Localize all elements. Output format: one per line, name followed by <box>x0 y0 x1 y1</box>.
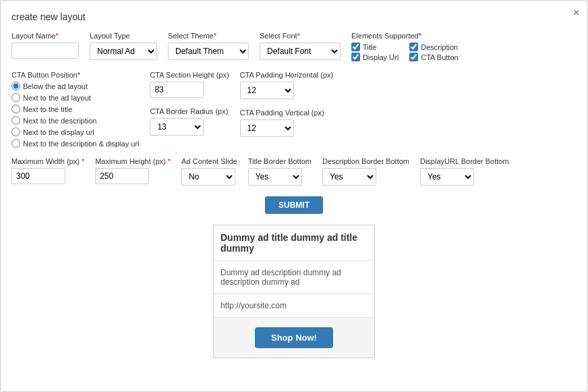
cta-padding-v-select[interactable]: 12 0 5 10 15 20 <box>240 119 294 137</box>
cta-position-group: CTA Button Position* Below the ad layout… <box>11 71 139 148</box>
font-group: Select Font* Default Font Arial Times Ne… <box>260 32 341 60</box>
radio-next-desc-url-label: Next to the description & display url <box>23 140 139 148</box>
display-border-label: DisplayURL Border Bottom <box>420 157 509 165</box>
radio-next-desc: Next to the description <box>11 116 139 125</box>
cta-padding-column: CTA Padding Horizontal (px) 12 0 5 10 15… <box>240 71 334 137</box>
radio-next-url-input[interactable] <box>11 128 20 136</box>
font-select[interactable]: Default Font Arial Times New Roman <box>260 43 341 60</box>
cta-padding-v-label: CTA Padding Vertical (px) <box>240 109 334 117</box>
cta-button-checkbox-item: CTA Button <box>409 53 458 61</box>
display-border-select[interactable]: Yes No <box>420 168 474 186</box>
desc-border-group: Description Border Bottom Yes No <box>322 157 409 186</box>
radio-below-label: Below the ad layout <box>23 82 88 90</box>
ad-content-slide-select[interactable]: No Yes <box>181 168 235 186</box>
cta-padding-h-label: CTA Padding Horizontal (px) <box>240 71 334 79</box>
description-checkbox[interactable] <box>409 43 418 51</box>
cta-padding-h-select[interactable]: 12 0 5 10 15 20 <box>240 82 294 99</box>
modal-title: create new layout <box>11 11 577 22</box>
display-url-checkbox[interactable] <box>351 53 360 61</box>
desc-border-select[interactable]: Yes No <box>322 168 376 186</box>
ad-content-slide-group: Ad Content Slide No Yes <box>181 157 237 186</box>
cta-padding-h-group: CTA Padding Horizontal (px) 12 0 5 10 15… <box>240 71 334 99</box>
radio-next-title-label: Next to the title <box>23 105 72 113</box>
radio-next-desc-label: Next to the description <box>23 117 96 125</box>
radio-next-title-input[interactable] <box>11 105 20 113</box>
elements-label: Elements Supported* <box>351 32 459 40</box>
display-border-group: DisplayURL Border Bottom Yes No <box>420 157 509 186</box>
cta-section-height-input[interactable] <box>150 82 204 98</box>
max-height-input[interactable] <box>95 168 149 184</box>
title-border-group: Title Border Bottom Yes No <box>248 157 312 186</box>
cta-button-checkbox[interactable] <box>409 53 418 61</box>
layout-name-group: Layout Name* <box>11 32 79 59</box>
cta-button-checkbox-label: CTA Button <box>421 53 458 61</box>
title-checkbox-item: Title <box>351 43 399 51</box>
max-width-group: Maximum Width (px) * <box>11 157 84 184</box>
close-button[interactable]: × <box>573 7 579 18</box>
form-row-2: CTA Button Position* Below the ad layout… <box>11 71 577 148</box>
title-border-label: Title Border Bottom <box>248 157 312 165</box>
radio-next-ad-label: Next to the ad layout <box>23 94 91 102</box>
font-label: Select Font* <box>260 32 341 40</box>
ad-preview-title: Dummy ad title dummy ad title dummy <box>214 225 374 261</box>
cta-section-height-label: CTA Section Height (px) <box>150 71 229 79</box>
max-width-input[interactable] <box>11 168 65 184</box>
radio-below-input[interactable] <box>11 82 20 90</box>
max-width-label: Maximum Width (px) * <box>11 157 84 165</box>
radio-below: Below the ad layout <box>11 82 139 90</box>
description-checkbox-label: Description <box>421 43 458 51</box>
display-url-checkbox-item: Display Url <box>351 53 399 61</box>
theme-select[interactable]: Default Them Theme 1 Theme 2 <box>168 43 249 60</box>
display-url-checkbox-label: Display Url <box>363 53 399 61</box>
radio-next-ad: Next to the ad layout <box>11 93 139 102</box>
ad-preview-cta: Shop Now! <box>214 318 374 358</box>
elements-group: Elements Supported* Title Description Di… <box>351 32 459 61</box>
radio-next-url-label: Next to the display url <box>23 128 94 136</box>
radio-next-url: Next to the display url <box>11 128 139 136</box>
cta-border-radius-group: CTA Border Radius (px) 13 0 5 10 15 20 <box>150 107 229 136</box>
max-height-label: Maximum Height (px) * <box>95 157 171 165</box>
cta-padding-v-group: CTA Padding Vertical (px) 12 0 5 10 15 2… <box>240 109 334 137</box>
cta-border-radius-select[interactable]: 13 0 5 10 15 20 <box>150 118 204 136</box>
elements-checkboxes: Title Description Display Url CTA Button <box>351 43 459 61</box>
cta-border-radius-label: CTA Border Radius (px) <box>150 107 229 115</box>
ad-preview: Dummy ad title dummy ad title dummy Dumm… <box>213 225 375 358</box>
radio-next-ad-input[interactable] <box>11 93 20 102</box>
theme-group: Select Theme* Default Them Theme 1 Theme… <box>168 32 249 60</box>
title-checkbox-label: Title <box>363 43 376 51</box>
title-checkbox[interactable] <box>351 43 360 51</box>
cta-section-height-group: CTA Section Height (px) <box>150 71 229 98</box>
radio-next-title: Next to the title <box>11 105 139 113</box>
title-border-select[interactable]: Yes No <box>248 168 302 186</box>
layout-type-label: Layout Type <box>90 32 157 40</box>
ad-content-slide-label: Ad Content Slide <box>181 157 237 165</box>
ad-preview-description: Dummy ad description dummy ad descriptio… <box>214 261 374 294</box>
radio-next-desc-input[interactable] <box>11 116 20 125</box>
radio-next-desc-url-input[interactable] <box>11 139 20 148</box>
layout-name-label: Layout Name* <box>11 32 79 40</box>
theme-label: Select Theme* <box>168 32 249 40</box>
desc-border-label: Description Border Bottom <box>322 157 409 165</box>
cta-position-label: CTA Button Position* <box>11 71 139 79</box>
preview-area: Dummy ad title dummy ad title dummy Dumm… <box>11 225 577 358</box>
radio-next-desc-url: Next to the description & display url <box>11 139 139 148</box>
ad-preview-url: http://yoursite.com <box>214 294 374 318</box>
description-checkbox-item: Description <box>409 43 458 51</box>
layout-type-select[interactable]: Normal Ad Banner Ad Interstitial <box>90 43 157 60</box>
modal-container: create new layout × Layout Name* Layout … <box>0 0 588 392</box>
max-height-group: Maximum Height (px) * <box>95 157 171 184</box>
submit-button[interactable]: SUBMIT <box>265 196 323 214</box>
submit-row: SUBMIT <box>11 196 577 214</box>
ad-preview-cta-button[interactable]: Shop Now! <box>255 327 333 348</box>
layout-type-group: Layout Type Normal Ad Banner Ad Intersti… <box>90 32 157 60</box>
cta-fields-column: CTA Section Height (px) CTA Border Radiu… <box>150 71 229 136</box>
form-row-1: Layout Name* Layout Type Normal Ad Banne… <box>11 32 577 61</box>
layout-name-input[interactable] <box>11 43 79 59</box>
form-row-3: Maximum Width (px) * Maximum Height (px)… <box>11 157 577 186</box>
